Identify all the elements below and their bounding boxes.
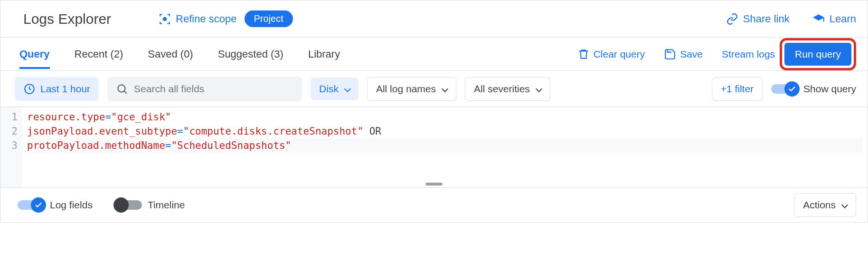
drag-handle[interactable] — [425, 183, 443, 186]
refine-scope-button[interactable]: Refine scope — [159, 13, 236, 25]
search-fields-input-wrap[interactable] — [107, 77, 302, 101]
share-link-button[interactable]: Share link — [726, 13, 790, 25]
run-query-highlight: Run query — [780, 38, 856, 70]
log-names-dropdown[interactable]: All log names — [367, 77, 456, 101]
stream-logs-label: Stream logs — [722, 49, 775, 60]
share-link-label: Share link — [743, 13, 790, 25]
scope-icon — [159, 13, 171, 25]
time-range-label: Last 1 hour — [40, 83, 90, 95]
timeline-label: Timeline — [148, 199, 185, 211]
log-names-label: All log names — [376, 83, 436, 95]
chevron-down-icon — [536, 85, 542, 92]
time-range-button[interactable]: Last 1 hour — [15, 77, 99, 101]
actions-label: Actions — [803, 199, 836, 211]
svg-point-0 — [163, 17, 167, 20]
tab-recent[interactable]: Recent (2) — [75, 39, 123, 69]
log-fields-label: Log fields — [50, 199, 93, 211]
learn-icon — [812, 13, 825, 25]
clear-query-label: Clear query — [594, 49, 645, 60]
learn-label: Learn — [830, 13, 856, 25]
trash-icon — [577, 48, 590, 60]
resource-filter-button[interactable]: Disk — [311, 78, 359, 100]
log-fields-toggle[interactable] — [18, 200, 44, 210]
scope-chip[interactable]: Project — [245, 10, 293, 27]
save-button[interactable]: Save — [664, 48, 703, 60]
show-query-toggle[interactable] — [771, 84, 798, 94]
chevron-down-icon — [841, 202, 848, 208]
more-filters-label: +1 filter — [721, 83, 754, 95]
severities-label: All severities — [474, 83, 530, 95]
stream-logs-button[interactable]: Stream logs — [722, 49, 775, 60]
editor-line[interactable]: jsonPayload.event_subtype="compute.disks… — [27, 124, 863, 138]
tab-suggested[interactable]: Suggested (3) — [218, 39, 283, 69]
tab-library[interactable]: Library — [308, 39, 340, 69]
run-query-button[interactable]: Run query — [784, 43, 851, 66]
more-filters-button[interactable]: +1 filter — [712, 77, 763, 101]
editor-gutter: 123 — [0, 107, 22, 187]
search-icon — [116, 83, 128, 95]
link-icon — [726, 13, 738, 25]
actions-dropdown[interactable]: Actions — [794, 193, 856, 217]
editor-line[interactable]: resource.type="gce_disk" — [27, 110, 863, 124]
tab-query[interactable]: Query — [19, 39, 50, 69]
refine-scope-label: Refine scope — [176, 13, 236, 25]
clock-icon — [23, 83, 36, 95]
show-query-label: Show query — [803, 83, 856, 95]
clear-query-button[interactable]: Clear query — [577, 48, 645, 60]
check-icon — [788, 85, 796, 93]
severities-dropdown[interactable]: All severities — [465, 77, 550, 101]
resource-filter-label: Disk — [319, 83, 339, 95]
save-label: Save — [680, 49, 703, 60]
editor-line[interactable]: protoPayload.methodName="ScheduledSnapsh… — [27, 138, 863, 153]
timeline-toggle[interactable] — [115, 200, 142, 210]
learn-button[interactable]: Learn — [812, 13, 856, 25]
page-title: Logs Explorer — [23, 11, 111, 27]
save-icon — [664, 48, 676, 60]
check-icon — [34, 201, 43, 209]
chevron-down-icon — [344, 85, 351, 92]
search-fields-input[interactable] — [134, 83, 293, 95]
query-editor[interactable]: 123 resource.type="gce_disk"jsonPayload.… — [0, 107, 868, 188]
tab-saved[interactable]: Saved (0) — [148, 39, 193, 69]
chevron-down-icon — [442, 85, 448, 92]
svg-point-2 — [118, 85, 125, 92]
